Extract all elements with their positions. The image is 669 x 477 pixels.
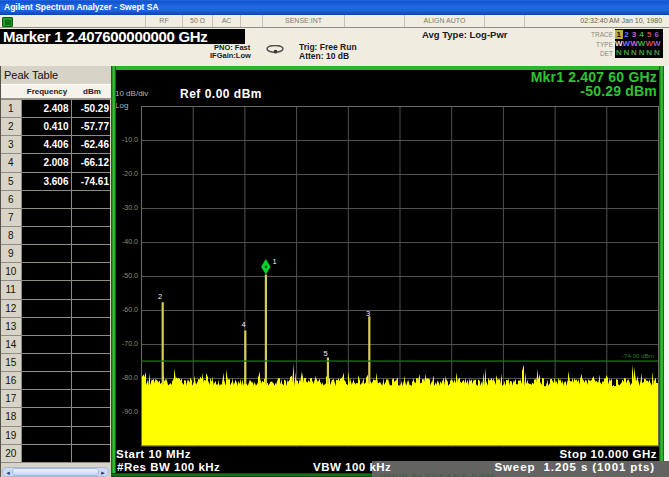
svg-text:5: 5 [324,349,328,358]
svg-text:4: 4 [242,320,246,329]
svg-text:3: 3 [366,309,370,318]
svg-text:-74.00 dBm: -74.00 dBm [622,352,654,359]
svg-text:1: 1 [273,257,277,266]
svg-text:2: 2 [158,292,162,301]
